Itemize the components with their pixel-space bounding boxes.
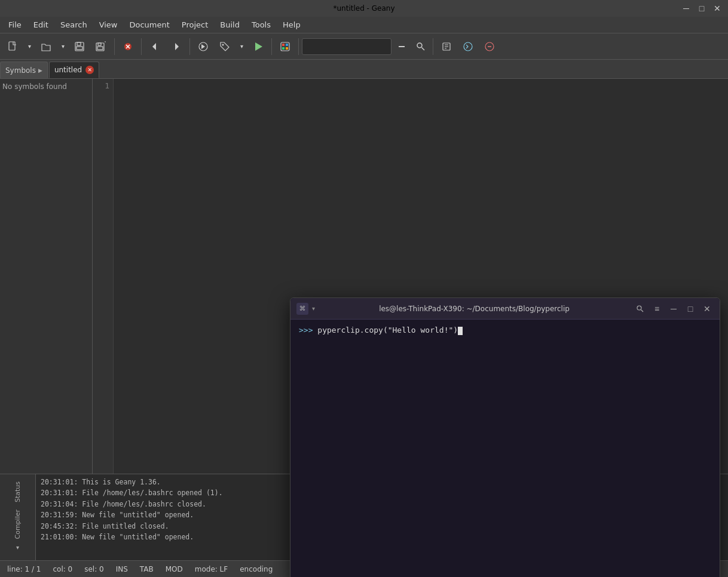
terminal-cursor [458, 327, 463, 335]
terminal-restore-button[interactable]: □ [684, 302, 697, 315]
menu-file[interactable]: File [2, 19, 27, 31]
svg-line-32 [641, 309, 644, 312]
svg-rect-0 [9, 42, 15, 50]
menu-project[interactable]: Project [176, 19, 214, 31]
status-ins: INS [116, 565, 128, 573]
status-mod: MOD [166, 565, 183, 573]
svg-point-14 [222, 44, 224, 45]
menu-help[interactable]: Help [277, 19, 307, 31]
toolbar-sep-1 [114, 38, 115, 55]
untitled-tab-label: untitled [54, 66, 82, 74]
menu-edit[interactable]: Edit [27, 19, 54, 31]
svg-marker-11 [152, 43, 156, 50]
status-mode: mode: LF [195, 565, 228, 573]
menubar: File Edit Search View Document Project B… [0, 17, 728, 33]
color-picker-button[interactable] [275, 36, 295, 57]
search-input[interactable] [302, 38, 391, 55]
terminal-content[interactable]: >>> pyperclip.copy("Hello world!") [290, 320, 720, 577]
terminal-titlebar: ⌘ ▾ les@les-ThinkPad-X390: ~/Documents/B… [290, 298, 720, 320]
status-line: line: 1 / 1 [7, 565, 41, 573]
svg-rect-3 [77, 47, 82, 50]
terminal-window: ⌘ ▾ les@les-ThinkPad-X390: ~/Documents/B… [290, 297, 720, 577]
new-file-button[interactable] [2, 36, 23, 57]
find-button[interactable] [412, 38, 430, 55]
toolbar-sep-4 [271, 38, 272, 55]
jump-to-button[interactable] [436, 36, 457, 57]
no-symbols-text: No symbols found [2, 82, 67, 91]
bottom-sidebar: Status Compiler ▾ [0, 474, 36, 560]
open-file-dropdown[interactable]: ▾ [57, 36, 68, 57]
sidebar: No symbols found [0, 79, 93, 474]
terminal-title: les@les-ThinkPad-X390: ~/Documents/Blog/… [320, 305, 629, 313]
save-all-button[interactable] [91, 36, 111, 57]
svg-point-31 [637, 306, 641, 310]
svg-rect-21 [399, 46, 405, 47]
run-button[interactable] [248, 36, 268, 57]
line-number-1: 1 [96, 81, 109, 90]
status-col: col: 0 [53, 565, 72, 573]
terminal-controls: ≡ ─ □ ✕ [634, 302, 714, 315]
clear-search-button[interactable] [393, 38, 411, 55]
symbols-tab-arrow: ▶ [38, 67, 42, 73]
svg-rect-6 [97, 47, 103, 50]
toolbar-sep-6 [433, 38, 433, 55]
tag-dropdown[interactable]: ▾ [236, 36, 247, 57]
extra-button[interactable] [479, 36, 500, 57]
line-numbers: 1 [93, 79, 114, 474]
toolbar-sep-2 [141, 38, 142, 55]
maximize-button[interactable]: □ [696, 2, 708, 14]
toolbar: ▾ ▾ [0, 33, 728, 60]
nav-back-button[interactable] [145, 36, 165, 57]
svg-rect-19 [282, 47, 285, 50]
compile-button[interactable] [193, 36, 213, 57]
terminal-prompt: >>> [299, 326, 313, 334]
status-sel: sel: 0 [84, 565, 103, 573]
window-title: *untitled - Geany [334, 4, 395, 13]
tab-close-button[interactable]: ✕ [85, 66, 94, 74]
terminal-minimize-button[interactable]: ─ [667, 302, 680, 315]
bottom-expand-arrow[interactable]: ▾ [16, 544, 19, 551]
terminal-search-button[interactable] [634, 302, 647, 315]
nav-forward-button[interactable] [166, 36, 186, 57]
svg-point-22 [417, 43, 422, 48]
svg-rect-17 [282, 44, 285, 46]
svg-marker-15 [255, 42, 262, 51]
svg-rect-18 [286, 44, 288, 46]
menu-view[interactable]: View [93, 19, 124, 31]
macro-button[interactable] [458, 36, 478, 57]
terminal-command: pyperclip.copy("Hello world!") [317, 326, 458, 334]
terminal-menu-button[interactable]: ≡ [650, 302, 663, 315]
untitled-tab[interactable]: untitled ✕ [49, 62, 99, 78]
tab-row: Symbols ▶ untitled ✕ [0, 60, 728, 79]
toolbar-sep-3 [189, 38, 190, 55]
terminal-close-button[interactable]: ✕ [701, 302, 714, 315]
window-controls: ─ □ ✕ [680, 2, 723, 14]
menu-build[interactable]: Build [214, 19, 246, 31]
menu-search[interactable]: Search [54, 19, 93, 31]
new-file-dropdown[interactable]: ▾ [24, 36, 35, 57]
terminal-tab-area: ⌘ ▾ [296, 303, 315, 315]
menu-tools[interactable]: Tools [246, 19, 277, 31]
minimize-button[interactable]: ─ [680, 2, 692, 14]
terminal-dropdown-arrow[interactable]: ▾ [312, 305, 315, 312]
close-window-button[interactable]: ✕ [711, 2, 723, 14]
symbols-tab-label: Symbols [5, 66, 36, 75]
tag-button[interactable] [215, 36, 235, 57]
svg-rect-20 [286, 47, 288, 50]
terminal-tab-icon: ⌘ [296, 303, 308, 315]
svg-line-23 [422, 47, 425, 50]
compiler-label[interactable]: Compiler [13, 507, 23, 542]
open-file-button[interactable] [36, 36, 56, 57]
save-file-button[interactable] [69, 36, 90, 57]
close-current-button[interactable] [118, 36, 138, 57]
status-tab: TAB [140, 565, 154, 573]
svg-marker-12 [175, 43, 179, 50]
status-label[interactable]: Status [13, 479, 23, 505]
menu-document[interactable]: Document [123, 19, 175, 31]
svg-rect-5 [98, 43, 101, 45]
symbols-tab[interactable]: Symbols ▶ [0, 62, 48, 78]
status-encoding: encoding [240, 565, 273, 573]
svg-rect-2 [77, 42, 81, 45]
titlebar: *untitled - Geany ─ □ ✕ [0, 0, 728, 17]
toolbar-sep-5 [298, 38, 299, 55]
